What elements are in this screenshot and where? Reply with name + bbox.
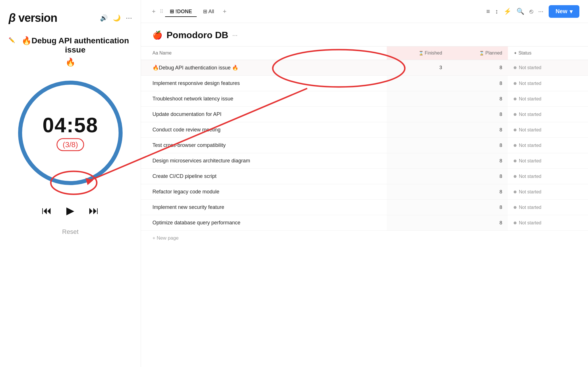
add-tab-button[interactable]: + <box>150 7 158 16</box>
table-row[interactable]: Create CI/CD pipeline script8Not started <box>141 169 588 184</box>
table-header-row: Aa Name ⌛ Finished ⌛ Planned ✦ Status <box>141 46 588 60</box>
tab-bar: + ⠿ ⊞ !DONE ⊞ All + <box>150 6 483 17</box>
more-toolbar-icon[interactable]: ··· <box>538 8 543 15</box>
timer-time: 04:58 <box>42 115 98 135</box>
flame-icon: 🔥 <box>65 57 76 67</box>
filter-icon[interactable]: ≡ <box>486 8 490 15</box>
task-name-cell: Implement new security feature <box>141 200 387 215</box>
task-name-cell: 🔥Debug API authentication issue 🔥 <box>141 60 387 76</box>
finished-cell <box>387 122 448 138</box>
table-row[interactable]: Design microservices architecture diagra… <box>141 153 588 169</box>
status-text: Not started <box>519 174 541 179</box>
table-row[interactable]: Implement responsive design features8Not… <box>141 76 588 91</box>
db-title-row: 🍎 Pomodoro DB ··· <box>152 30 577 40</box>
col-name: Aa Name <box>141 46 387 60</box>
status-cell: Not started <box>508 91 588 107</box>
status-text: Not started <box>519 143 541 148</box>
next-button[interactable]: ⏭ <box>89 205 99 217</box>
table-row[interactable]: 🔥Debug API authentication issue 🔥38Not s… <box>141 60 588 76</box>
edit-icon[interactable]: ✏️ <box>9 37 15 43</box>
new-page-button[interactable]: + New page <box>141 231 588 246</box>
planned-cell: 8 <box>448 200 508 215</box>
status-sparkle-icon: ✦ <box>514 51 517 55</box>
app-title: β version <box>9 11 57 24</box>
prev-button[interactable]: ⏮ <box>42 205 52 217</box>
task-label-area: ✏️ 🔥Debug API authentication issue <box>9 36 132 55</box>
sound-icon[interactable]: 🔊 <box>100 14 108 22</box>
status-cell: Not started <box>508 122 588 138</box>
table-row[interactable]: Conduct code review meeting8Not started <box>141 122 588 138</box>
link-icon[interactable]: ⎋ <box>529 8 533 15</box>
status-cell: Not started <box>508 184 588 200</box>
table-row[interactable]: Troubleshoot network latency issue8Not s… <box>141 91 588 107</box>
toolbar-actions: ≡ ↕ ⚡ 🔍 ⎋ ··· New ▾ <box>486 5 579 18</box>
beta-symbol: β <box>9 11 16 24</box>
add-view-button[interactable]: + <box>220 7 229 16</box>
col-status: ✦ Status <box>508 46 588 60</box>
status-dot <box>514 82 517 85</box>
left-panel: β version 🔊 🌙 ⋯ ✏️ 🔥Debug API authentica… <box>0 0 141 367</box>
table-row[interactable]: Optimize database query performance8Not … <box>141 215 588 231</box>
status-dot <box>514 206 517 209</box>
tab-not-done[interactable]: ⊞ !DONE <box>165 6 197 17</box>
table-row[interactable]: Test cross-browser compatibility8Not sta… <box>141 138 588 153</box>
status-cell: Not started <box>508 60 588 76</box>
table-row[interactable]: Update documentation for API8Not started <box>141 107 588 122</box>
status-cell: Not started <box>508 76 588 91</box>
status-text: Not started <box>519 158 541 164</box>
status-dot <box>514 113 517 116</box>
task-name-cell: Troubleshoot network latency issue <box>141 91 387 107</box>
finished-cell <box>387 107 448 122</box>
table-row[interactable]: Refactor legacy code module8Not started <box>141 184 588 200</box>
finished-cell: 3 <box>387 60 448 76</box>
planned-cell: 8 <box>448 153 508 169</box>
finished-cell <box>387 153 448 169</box>
finished-cell <box>387 138 448 153</box>
hourglass-finished-icon: ⌛ <box>419 51 423 55</box>
timer-display: 04:58 (3/8) <box>42 115 98 151</box>
pomodoro-counter: (3/8) <box>57 138 84 151</box>
task-name-cell: Conduct code review meeting <box>141 122 387 138</box>
status-dot <box>514 66 517 69</box>
status-cell: Not started <box>508 169 588 184</box>
status-cell: Not started <box>508 153 588 169</box>
planned-cell: 8 <box>448 215 508 231</box>
status-dot <box>514 98 517 100</box>
play-button[interactable]: ▶ <box>66 205 74 217</box>
right-panel: + ⠿ ⊞ !DONE ⊞ All + ≡ ↕ ⚡ 🔍 ⎋ ··· New ▾ … <box>141 0 588 367</box>
reset-button[interactable]: Reset <box>62 228 78 236</box>
version-text: version <box>16 11 57 24</box>
planned-cell: 8 <box>448 169 508 184</box>
current-task-name: 🔥Debug API authentication issue <box>18 36 132 55</box>
task-name-cell: Update documentation for API <box>141 107 387 122</box>
status-dot <box>514 129 517 131</box>
status-text: Not started <box>519 65 541 70</box>
new-button[interactable]: New ▾ <box>549 5 579 18</box>
task-name-cell: Design microservices architecture diagra… <box>141 153 387 169</box>
finished-cell <box>387 215 448 231</box>
status-dot <box>514 222 517 224</box>
col-planned-label: Planned <box>485 51 502 55</box>
sort-icon[interactable]: ↕ <box>495 8 498 15</box>
table-row[interactable]: Implement new security feature8Not start… <box>141 200 588 215</box>
moon-icon[interactable]: 🌙 <box>113 14 121 22</box>
tab-all[interactable]: ⊞ All <box>198 6 219 17</box>
status-text: Not started <box>519 112 541 117</box>
task-name-cell: Test cross-browser compatibility <box>141 138 387 153</box>
lightning-icon[interactable]: ⚡ <box>504 8 511 15</box>
planned-cell: 8 <box>448 91 508 107</box>
task-name-cell: Implement responsive design features <box>141 76 387 91</box>
col-planned: ⌛ Planned <box>448 46 508 60</box>
planned-cell: 8 <box>448 138 508 153</box>
app-header: β version 🔊 🌙 ⋯ <box>9 11 132 24</box>
status-text: Not started <box>519 127 541 133</box>
more-icon[interactable]: ⋯ <box>126 14 132 22</box>
db-more-icon[interactable]: ··· <box>232 32 237 39</box>
search-icon[interactable]: 🔍 <box>517 8 524 15</box>
finished-cell <box>387 91 448 107</box>
status-cell: Not started <box>508 200 588 215</box>
col-status-label: Status <box>519 51 531 55</box>
tab-all-label: ⊞ All <box>203 8 214 15</box>
planned-cell: 8 <box>448 76 508 91</box>
table-container: Aa Name ⌛ Finished ⌛ Planned ✦ Status <box>141 46 588 367</box>
